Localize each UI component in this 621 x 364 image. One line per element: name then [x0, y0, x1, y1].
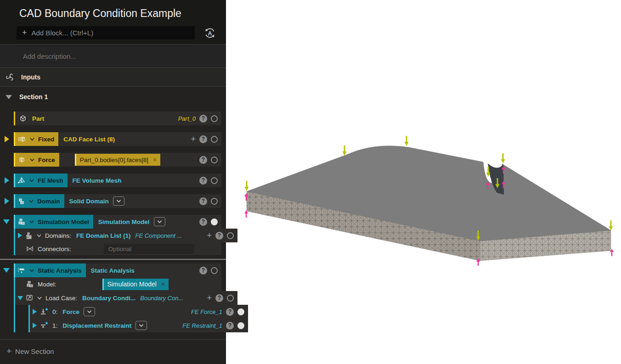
help-icon[interactable]: ? — [199, 267, 207, 274]
block-row-simulation-model[interactable]: Simulation Model Simulation Model ? — [14, 215, 221, 229]
simulation-model-dropdown[interactable] — [154, 217, 165, 226]
static-analysis-value[interactable]: Static Analysis — [91, 267, 135, 274]
bc-restraint-dropdown[interactable] — [135, 321, 147, 330]
domains-ref[interactable]: FE Component ... — [135, 232, 182, 239]
sub-row-bc-force[interactable]: 0: Force FE Force_1 ? — [30, 305, 248, 319]
new-section-label: New Section — [15, 347, 54, 355]
domains-value[interactable]: FE Domain List (1) — [76, 232, 131, 239]
section-header[interactable]: Section 1 — [0, 88, 226, 106]
simulation-model-label: Simulation Model — [38, 218, 89, 225]
remove-chip-icon[interactable]: × — [153, 156, 157, 163]
collapse-arrow-sim-model[interactable] — [3, 219, 10, 224]
expand-arrow-fixed[interactable] — [5, 136, 9, 142]
static-analysis-pill[interactable]: Static Analysis — [14, 263, 86, 277]
force-chip-text: Part_0.bodies[0].faces[8] — [80, 157, 148, 163]
sub-row-connectors[interactable]: Connectors: Optional — [15, 242, 221, 255]
visibility-toggle-icon[interactable] — [227, 232, 234, 239]
help-icon[interactable]: ? — [199, 115, 207, 123]
add-item-icon[interactable]: + — [191, 135, 196, 143]
sub-row-bc-restraint[interactable]: 1: Displacement Restraint FE Restraint_1… — [30, 319, 248, 332]
fe-mesh-value[interactable]: FE Volume Mesh — [73, 177, 122, 184]
expand-arrow-bc-force[interactable] — [33, 309, 37, 314]
add-item-icon[interactable]: + — [207, 231, 212, 240]
help-icon[interactable]: ? — [215, 294, 223, 302]
block-row-fixed[interactable]: Fixed CAD Face List (8) + ? — [14, 132, 221, 146]
expand-arrow-femesh[interactable] — [5, 177, 9, 184]
visibility-toggle-icon[interactable] — [237, 322, 244, 329]
force-pill[interactable]: Force — [14, 153, 59, 167]
load-case-ref[interactable]: Boundary Con... — [140, 295, 183, 302]
description-placeholder: Add description... — [23, 52, 76, 60]
help-icon[interactable]: ? — [199, 135, 207, 143]
collapse-arrow-static[interactable] — [3, 268, 10, 273]
help-icon[interactable]: ? — [199, 177, 207, 185]
add-item-icon[interactable]: + — [207, 294, 212, 302]
auto-update-button[interactable]: A — [203, 26, 217, 39]
simulation-model-pill[interactable]: Simulation Model — [14, 215, 93, 229]
bc-restraint-value[interactable]: Displacement Restraint — [62, 322, 131, 329]
add-block-placeholder: Add Block... (Ctrl+L) — [32, 29, 94, 37]
force-face-chip[interactable]: Part_0.bodies[0].faces[8] × — [75, 154, 161, 166]
fe-mesh-pill[interactable]: FE Mesh — [14, 174, 68, 187]
domain-pill[interactable]: Domain — [14, 194, 64, 208]
sub-row-domains[interactable]: Domains: FE Domain List (1) FE Component… — [15, 229, 237, 242]
visibility-toggle-icon[interactable] — [227, 295, 234, 302]
connectors-input[interactable]: Optional — [104, 244, 194, 254]
sub-row-load-case[interactable]: Load Case: Boundary Condi... Boundary Co… — [15, 291, 237, 305]
bc-force-value[interactable]: Force — [62, 308, 79, 315]
notebook-header: CAD Boundary Condition Example + Add Blo… — [0, 0, 226, 44]
connectors-icon — [26, 245, 34, 252]
notebook-title: CAD Boundary Condition Example — [19, 7, 181, 20]
sub-row-model[interactable]: Model: Simulation Model × — [15, 277, 221, 291]
chevron-down-icon — [30, 138, 34, 141]
part-ref[interactable]: Part_0 — [178, 115, 196, 122]
visibility-toggle-icon[interactable] — [211, 177, 218, 184]
visibility-toggle-icon[interactable] — [211, 198, 218, 205]
domain-label: Domain — [37, 198, 60, 205]
expand-arrow-bc-restraint[interactable] — [33, 323, 37, 328]
block-row-fe-mesh[interactable]: FE Mesh FE Volume Mesh ? — [14, 174, 221, 187]
domain-value[interactable]: Solid Domain — [69, 198, 109, 205]
fixed-pill[interactable]: Fixed — [14, 132, 58, 146]
bc-force-dropdown[interactable] — [84, 307, 95, 316]
load-case-value[interactable]: Boundary Condi... — [82, 295, 135, 302]
section-label: Section 1 — [19, 93, 48, 101]
help-icon[interactable]: ? — [226, 308, 234, 316]
model-chip[interactable]: Simulation Model × — [102, 279, 169, 290]
new-section-button[interactable]: + New Section — [6, 346, 226, 356]
domains-label: Domains: — [45, 232, 71, 239]
expand-arrow-domains[interactable] — [18, 233, 22, 238]
fixed-value[interactable]: CAD Face List (8) — [63, 136, 115, 143]
block-row-force[interactable]: Force Part_0.bodies[0].faces[8] × ? — [14, 153, 221, 167]
visibility-toggle-icon[interactable] — [211, 267, 218, 274]
visibility-toggle-icon[interactable] — [211, 157, 218, 163]
visibility-toggle-icon[interactable] — [211, 115, 218, 122]
inputs-bar[interactable]: Inputs — [0, 67, 226, 87]
domain-dropdown[interactable] — [113, 196, 124, 206]
remove-chip-icon[interactable]: × — [161, 280, 165, 288]
help-icon[interactable]: ? — [226, 322, 234, 330]
simulation-model-value[interactable]: Simulation Model — [98, 218, 150, 225]
block-row-part[interactable]: Part Part_0 ? — [14, 112, 221, 125]
viewport-3d[interactable] — [226, 0, 621, 364]
help-icon[interactable]: ? — [215, 232, 223, 240]
simulation-model-icon — [17, 218, 26, 226]
description-input[interactable]: Add description... — [0, 44, 226, 67]
help-icon[interactable]: ? — [199, 218, 207, 226]
connectors-label: Connectors: — [38, 246, 71, 252]
bc-restraint-ref[interactable]: FE Restraint_1 — [182, 322, 222, 329]
bc-force-ref[interactable]: FE Force_1 — [191, 308, 222, 315]
visibility-toggle-icon[interactable] — [211, 218, 218, 225]
collapse-arrow-load-case[interactable] — [17, 296, 23, 300]
section-collapse-icon[interactable] — [6, 95, 12, 99]
block-row-domain[interactable]: Domain Solid Domain ? — [14, 194, 221, 208]
fe-mesh-icon — [17, 177, 26, 184]
help-icon[interactable]: ? — [199, 197, 207, 205]
part-mesh[interactable] — [247, 146, 611, 261]
expand-arrow-domain[interactable] — [5, 198, 9, 204]
visibility-toggle-icon[interactable] — [211, 136, 218, 143]
block-row-static-analysis[interactable]: Static Analysis Static Analysis ? — [14, 263, 221, 277]
visibility-toggle-icon[interactable] — [237, 308, 244, 315]
add-block-input[interactable]: + Add Block... (Ctrl+L) — [17, 26, 195, 39]
help-icon[interactable]: ? — [199, 156, 207, 164]
